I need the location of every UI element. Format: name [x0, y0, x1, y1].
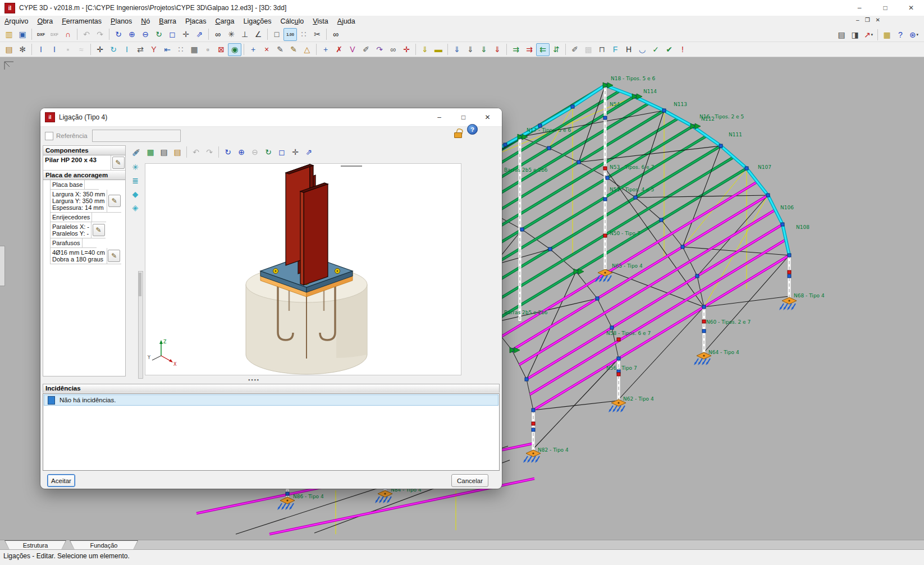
edit-pencil-button[interactable]: ✎: [93, 224, 105, 236]
check-list-icon[interactable]: ✔: [662, 43, 676, 56]
load-panel-icon[interactable]: ▬: [432, 43, 445, 56]
redraw-icon[interactable]: ↻: [262, 146, 275, 159]
layers-icon[interactable]: ≣: [129, 174, 141, 187]
bar-delete-icon[interactable]: ✗: [332, 43, 346, 56]
dimension-mode-icon[interactable]: ∠: [251, 28, 265, 41]
menu-arquivo[interactable]: Arquivo: [0, 16, 33, 26]
mdi-close-icon[interactable]: ✕: [876, 17, 880, 23]
help-icon[interactable]: ?: [894, 28, 907, 41]
shortcut-keys-icon[interactable]: ▦: [880, 28, 894, 41]
solid-view-icon[interactable]: ◆: [129, 188, 141, 200]
zoom-extents-icon[interactable]: ⊕: [125, 28, 139, 41]
node-new-icon[interactable]: +: [246, 43, 260, 56]
zoom-previous-icon[interactable]: ⊖: [248, 146, 262, 159]
report-icon[interactable]: ▤: [171, 146, 184, 159]
search-binoculars-icon[interactable]: ∞: [329, 28, 342, 41]
orthogonal-mode-icon[interactable]: ⊥: [238, 28, 251, 41]
panel-grip[interactable]: [0, 246, 5, 286]
menu-carga[interactable]: Carga: [211, 16, 239, 26]
frame-window-icon[interactable]: □: [270, 28, 283, 41]
rotate-profile-icon[interactable]: I: [120, 43, 134, 56]
describe-profile-icon[interactable]: I: [34, 43, 48, 56]
profile-disabled-icon[interactable]: ▪: [61, 43, 75, 56]
grid-icon[interactable]: ▦: [187, 43, 201, 56]
zoom-scale-icon[interactable]: ⊖: [139, 28, 152, 41]
bar-divide-icon[interactable]: V: [346, 43, 359, 56]
scrollbar-thumb[interactable]: [139, 273, 141, 296]
view-copy-icon[interactable]: ⇗: [193, 28, 206, 41]
buckling-edit-icon[interactable]: ⇵: [550, 43, 563, 56]
help-icon[interactable]: ?: [467, 124, 478, 135]
menu-planos[interactable]: Planos: [106, 16, 136, 26]
tab-fundacao[interactable]: Fundação: [70, 540, 138, 550]
cancel-button[interactable]: Cancelar: [451, 474, 488, 487]
config-tools-icon[interactable]: ✂: [310, 28, 324, 41]
bars-disabled-icon[interactable]: ≈: [75, 43, 88, 56]
selection-grid-icon[interactable]: ∷: [297, 28, 310, 41]
redo-icon[interactable]: ↷: [203, 146, 216, 159]
bar-intersect-icon[interactable]: ✛: [400, 43, 413, 56]
zoom-window-icon[interactable]: ◻: [166, 28, 179, 41]
dialog-minimize-button[interactable]: –: [427, 108, 451, 126]
open-project-icon[interactable]: ▥: [2, 28, 16, 41]
dimension-add-icon[interactable]: ⇤: [161, 43, 174, 56]
load-delete-icon[interactable]: ⇓: [491, 43, 504, 56]
menu-no[interactable]: Nó: [136, 16, 154, 26]
node-support-icon[interactable]: ✎: [287, 43, 300, 56]
group-disabled-icon[interactable]: ▩: [582, 43, 595, 56]
load-copy-icon[interactable]: ⇓: [477, 43, 491, 56]
view-filter-eye-icon[interactable]: ◉: [228, 43, 241, 56]
loads-icon[interactable]: ⇓: [418, 43, 432, 56]
close-button[interactable]: ✕: [898, 0, 924, 16]
splitter-handle[interactable]: ▪▪▪▪: [248, 377, 260, 383]
beam-sections-icon[interactable]: H: [622, 43, 635, 56]
menu-obra[interactable]: Obra: [33, 16, 57, 26]
edit-pencil-button[interactable]: ✎: [112, 157, 125, 169]
save-icon[interactable]: ▣: [16, 28, 29, 41]
check-options-icon[interactable]: ▦: [144, 146, 157, 159]
bars-join-icon[interactable]: ∞: [386, 43, 400, 56]
print-icon[interactable]: ▤: [835, 28, 848, 41]
bar-rotate-icon[interactable]: ↷: [373, 43, 386, 56]
reference-axes-icon[interactable]: Y: [147, 43, 161, 56]
menu-ferramentas[interactable]: Ferramentas: [57, 16, 106, 26]
tab-estrutura[interactable]: Estrutura: [4, 540, 66, 550]
check-bars-icon[interactable]: ✓: [649, 43, 662, 56]
minimize-button[interactable]: –: [847, 0, 872, 16]
accept-button[interactable]: Aceitar: [47, 474, 75, 487]
zoom-extents-icon[interactable]: ⊕: [235, 146, 248, 159]
import-dxf-icon[interactable]: DXF: [34, 28, 48, 41]
menu-placas[interactable]: Placas: [181, 16, 211, 26]
export-dxf-icon[interactable]: DXF: [48, 28, 61, 41]
deflection-limits-icon[interactable]: ◡: [635, 43, 649, 56]
rotate-structure-icon[interactable]: ↻: [107, 43, 120, 56]
menu-ligacoes[interactable]: Ligações: [239, 16, 276, 26]
menu-ajuda[interactable]: Ajuda: [333, 16, 360, 26]
dialog-titlebar[interactable]: il Ligação (Tipo 4) – □ ✕: [40, 108, 502, 127]
buckling-new-icon[interactable]: ⇉: [509, 43, 523, 56]
mirror-icon[interactable]: ⇄: [134, 43, 147, 56]
load-new-icon[interactable]: ⇓: [450, 43, 464, 56]
redraw-icon[interactable]: ↻: [152, 28, 166, 41]
panel-scrollbar[interactable]: [138, 271, 143, 379]
axes-3d-icon[interactable]: ✳: [129, 161, 141, 173]
move-node-icon[interactable]: ✛: [93, 43, 107, 56]
mdi-restore-icon[interactable]: ❐: [865, 17, 870, 23]
menu-vista[interactable]: Vista: [308, 16, 333, 26]
buckling-flag-icon[interactable]: ⇇: [536, 43, 550, 56]
menu-calculo[interactable]: Cálculo: [276, 16, 309, 26]
describe-material-icon[interactable]: I: [48, 43, 61, 56]
undo-icon[interactable]: ↶: [189, 146, 203, 159]
selection-marquee-icon[interactable]: ▫: [201, 43, 214, 56]
find-element-icon[interactable]: ∞: [211, 28, 225, 41]
edit-pencil-button[interactable]: ✎: [108, 195, 121, 207]
job-data-icon[interactable]: ▤: [2, 43, 16, 56]
connection-3d-preview[interactable]: Z Y X: [145, 163, 461, 375]
incidencias-row[interactable]: Não há incidências.: [44, 394, 498, 406]
reference-input[interactable]: [92, 130, 181, 142]
lock-icon[interactable]: [453, 128, 462, 137]
snap-magnet-icon[interactable]: ∩: [61, 28, 75, 41]
language-globe-icon[interactable]: ⊛▾: [907, 28, 921, 41]
paint-describe-icon[interactable]: ✐: [568, 43, 582, 56]
bar-new-icon[interactable]: +: [319, 43, 332, 56]
